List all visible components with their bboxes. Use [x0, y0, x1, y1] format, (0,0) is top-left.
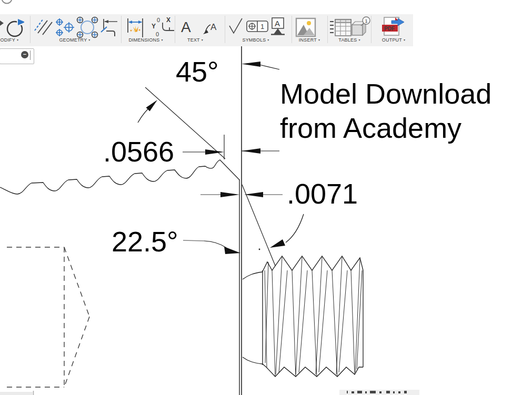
group-separator	[327, 16, 328, 43]
note-line2[interactable]: from Academy	[280, 112, 461, 144]
angle-arc-2	[286, 214, 304, 242]
chevron-down-icon: ▾	[161, 38, 163, 42]
clipped-text-fragment	[339, 390, 419, 395]
chevron-down-icon: ▾	[404, 38, 405, 42]
thread-flank-lines	[265, 257, 362, 377]
drawing-canvas[interactable]: .0566 45° Model Download from Academy .0…	[0, 0, 532, 395]
group-label-symbols[interactable]: SYMBOLS▾	[242, 37, 269, 44]
group-separator	[30, 16, 31, 43]
group-label-text[interactable]: TEXT▾	[187, 37, 203, 44]
ordinate-dimension-icon[interactable]: 0 X Y 0	[149, 15, 176, 38]
angle-arrowhead-2	[270, 239, 285, 248]
thread-profile	[263, 256, 363, 377]
export-pdf-icon[interactable]: PDF	[380, 16, 405, 38]
group-separator	[371, 16, 372, 43]
dim-arrowhead	[242, 148, 260, 154]
leader-arrowhead	[224, 247, 240, 254]
balloon-parts-icon[interactable]: 1	[350, 16, 372, 38]
center-pattern-icon[interactable]	[76, 16, 99, 38]
chevron-down-icon: ▾	[17, 38, 18, 42]
dim-text-angle-side[interactable]: 22.5°	[112, 226, 178, 257]
datum-identifier-icon[interactable]: A	[269, 17, 286, 38]
leader-line	[183, 240, 204, 241]
chevron-down-icon: ▾	[318, 38, 320, 42]
svg-text:0: 0	[157, 17, 160, 23]
vertex-dot	[259, 249, 260, 250]
clipped-top-icon	[2, 0, 12, 4]
dim-text-edge[interactable]: .0071	[287, 178, 358, 209]
table-icon[interactable]	[329, 17, 352, 38]
collapse-icon[interactable]: −	[21, 51, 28, 58]
group-label-insert[interactable]: INSERT▾	[299, 37, 320, 44]
svg-text:A: A	[275, 19, 280, 28]
leader-curve	[204, 241, 226, 248]
chevron-down-icon: ▾	[358, 38, 360, 42]
centermark-icon[interactable]	[55, 17, 76, 37]
group-label-geometry[interactable]: GEOMETRY▾	[59, 37, 90, 44]
group-separator	[121, 16, 122, 43]
note-line1[interactable]: Model Download	[280, 78, 491, 109]
neck-bottom	[243, 357, 263, 364]
neck-top	[243, 272, 263, 279]
svg-text:0: 0	[156, 31, 159, 37]
group-label-modify[interactable]: MODIFY▾	[0, 37, 18, 44]
svg-text:1: 1	[260, 23, 264, 31]
hex-hidden-outline	[7, 247, 89, 387]
surface-texture-icon[interactable]	[227, 17, 245, 36]
svg-text:X: X	[166, 16, 170, 24]
rotate-icon[interactable]	[3, 17, 24, 37]
face-line	[242, 185, 275, 266]
group-label-output[interactable]: OUTPUT▾	[382, 37, 405, 44]
svg-text:Y: Y	[152, 23, 156, 30]
chevron-down-icon: ▾	[202, 38, 203, 42]
collapsed-browser-panel[interactable]: −	[0, 48, 34, 64]
svg-text:PDF: PDF	[384, 26, 395, 32]
leader-line	[259, 65, 279, 69]
linear-dimension-icon[interactable]	[125, 16, 146, 38]
dim-text-chamfer[interactable]: .0566	[103, 136, 174, 167]
insert-image-icon[interactable]	[295, 17, 317, 38]
sparkle-glyph	[131, 26, 140, 32]
chevron-down-icon: ▾	[267, 38, 269, 42]
panel-resize-handle	[30, 50, 31, 60]
leader-arrowhead	[242, 62, 260, 67]
leader-text-icon[interactable]: A	[200, 18, 223, 35]
dim-arrowhead	[220, 192, 239, 197]
dim-text-angle-top[interactable]: 45°	[176, 56, 219, 87]
fusion-drawing-workspace: { "toolbar": { "groups": [ {"label":"MOD…	[0, 0, 532, 395]
group-label-tables[interactable]: TABLES▾	[338, 37, 360, 44]
dim-arrowhead	[205, 149, 224, 155]
svg-text:A: A	[210, 22, 217, 32]
group-separator	[225, 16, 225, 43]
datum-target-icon[interactable]: 1	[246, 20, 269, 34]
clipped-bottom-left-bar	[0, 391, 34, 395]
svg-text:A: A	[181, 19, 191, 35]
text-icon[interactable]: A	[179, 18, 196, 35]
svg-text:1: 1	[365, 18, 368, 24]
group-separator	[175, 16, 175, 43]
offset-geometry-icon[interactable]	[34, 17, 54, 36]
ribbon-toolbar: 0 X Y 0 A A 1 A	[0, 14, 413, 46]
group-label-dimensions[interactable]: DIMENSIONS▾	[128, 37, 163, 44]
edge-extension-icon[interactable]	[100, 17, 120, 37]
group-separator	[292, 16, 292, 43]
chevron-down-icon: ▾	[88, 38, 90, 42]
